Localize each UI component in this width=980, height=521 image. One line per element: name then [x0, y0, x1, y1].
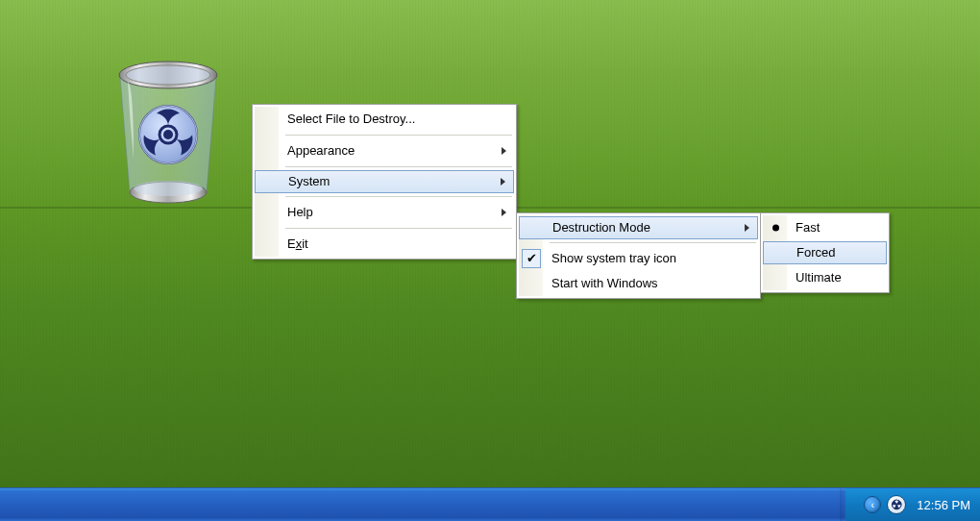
submenu-arrow-icon [745, 224, 749, 232]
menu-separator [285, 135, 512, 136]
chevron-left-icon: ‹ [864, 496, 881, 513]
context-menu-system: Destruction Mode ✔ Show system tray icon… [516, 212, 761, 299]
menu-item-forced[interactable]: Forced [763, 241, 887, 264]
submenu-arrow-icon [501, 178, 505, 186]
menu-item-appearance[interactable]: Appearance [255, 138, 514, 163]
menu-separator [285, 196, 512, 197]
tray-expand-button[interactable]: ‹ [864, 496, 881, 513]
taskbar-clock[interactable]: 12:56 PM [917, 498, 970, 512]
menu-item-help[interactable]: Help [255, 200, 514, 225]
menu-label: Destruction Mode [552, 220, 650, 235]
taskbar: ‹ ☢ 12:56 PM [0, 487, 980, 521]
menu-separator [550, 242, 756, 243]
chevron-glyph: ‹ [871, 499, 875, 510]
menu-label: Select File to Destroy... [287, 112, 415, 126]
menu-label: Ultimate [796, 270, 842, 285]
menu-item-destruction-mode[interactable]: Destruction Mode [519, 216, 758, 239]
menu-item-exit[interactable]: Exit [255, 232, 514, 257]
menu-label: Help [287, 205, 313, 219]
menu-item-ultimate[interactable]: Ultimate [763, 265, 887, 290]
radio-dot-icon [772, 225, 779, 232]
menu-item-fast[interactable]: Fast [763, 215, 887, 240]
menu-item-show-tray[interactable]: ✔ Show system tray icon [519, 246, 758, 271]
checkmark-icon: ✔ [522, 249, 541, 268]
menu-label: System [288, 174, 330, 188]
submenu-arrow-icon [502, 209, 506, 216]
system-tray: ‹ ☢ 12:56 PM [845, 488, 980, 521]
biohazard-glyph: ☢ [891, 497, 903, 512]
svg-point-7 [163, 130, 173, 139]
menu-label: Fast [796, 220, 820, 235]
menu-separator [285, 166, 512, 167]
menu-item-select-file[interactable]: Select File to Destroy... [255, 107, 514, 132]
trash-bucket-icon[interactable] [101, 43, 235, 216]
menu-label: Appearance [287, 143, 355, 158]
context-menu-main: Select File to Destroy... Appearance Sys… [252, 104, 517, 260]
menu-label: Start with Windows [551, 276, 658, 290]
menu-item-start-windows[interactable]: Start with Windows [519, 271, 758, 296]
menu-label: Show system tray icon [551, 251, 676, 265]
menu-label: Forced [796, 245, 835, 260]
tray-app-icon[interactable]: ☢ [887, 495, 906, 514]
biohazard-icon: ☢ [887, 495, 906, 514]
menu-separator [285, 228, 512, 229]
context-menu-destruction-mode: Fast Forced Ultimate [760, 212, 890, 293]
menu-item-system[interactable]: System [255, 170, 514, 193]
submenu-arrow-icon [502, 147, 506, 155]
svg-point-1 [134, 181, 203, 196]
menu-label: Exit [287, 236, 308, 251]
